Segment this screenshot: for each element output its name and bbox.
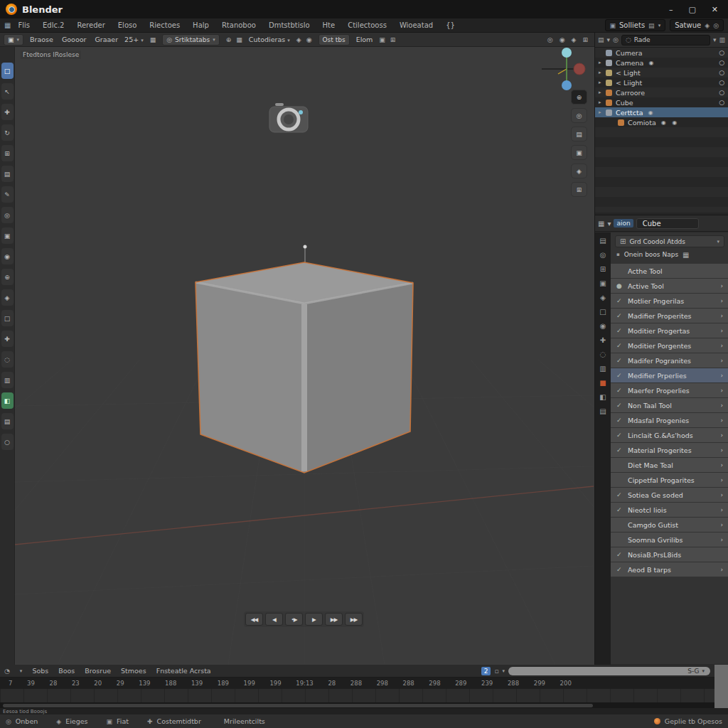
tool-button[interactable]: ✎: [1, 186, 14, 203]
visibility-eye-icon[interactable]: ○: [719, 49, 724, 56]
tool-button[interactable]: ↖: [1, 83, 14, 100]
filter-icon[interactable]: ▾: [713, 36, 717, 43]
chevron-right-icon[interactable]: ›: [720, 432, 723, 439]
snap-magnet-icon[interactable]: ◈: [296, 36, 301, 43]
tool-button[interactable]: ▥: [1, 372, 14, 388]
menu-item[interactable]: Halp: [193, 21, 209, 29]
scene-caret-icon[interactable]: ▾: [658, 23, 661, 28]
panel-resize-corner[interactable]: [714, 665, 728, 708]
properties-tab-icon[interactable]: ◉: [600, 322, 606, 330]
shading-mode-icon[interactable]: ◈: [572, 36, 577, 43]
modifier-row[interactable]: ✓ Sotiea Ge soded ›: [611, 488, 728, 502]
checkmark-icon[interactable]: ✓: [616, 327, 628, 334]
chevron-right-icon[interactable]: ›: [720, 521, 723, 528]
app-menu-icon[interactable]: ▦: [4, 21, 11, 29]
properties-tab-icon[interactable]: ■: [599, 379, 606, 387]
checkmark-icon[interactable]: ✓: [616, 402, 628, 409]
tool-button[interactable]: ⊞: [1, 145, 14, 161]
menu-item[interactable]: Ctilectooss: [348, 21, 387, 29]
menu-item[interactable]: Hte: [323, 21, 336, 29]
properties-tab-icon[interactable]: ▤: [599, 407, 606, 415]
checkmark-icon[interactable]: ✓: [616, 491, 628, 498]
checkmark-icon[interactable]: ✓: [616, 312, 628, 319]
scene-selector[interactable]: ▣ Solliets ▤ ▾: [605, 19, 666, 31]
viewport-nav-button[interactable]: ▣: [571, 145, 587, 160]
modifier-row[interactable]: ✓ Madifier Properites ›: [611, 309, 728, 323]
chevron-right-icon[interactable]: ›: [720, 327, 723, 334]
close-button[interactable]: ✕: [712, 5, 718, 14]
modifier-row[interactable]: Camgdo Gutist ›: [611, 518, 728, 532]
properties-tab-icon[interactable]: ◧: [599, 393, 606, 401]
outliner-item[interactable]: ▸ Carroore ○: [595, 87, 728, 97]
chevron-right-icon[interactable]: ›: [720, 417, 723, 424]
viewport-menu-item[interactable]: Braose: [30, 36, 53, 43]
checkmark-icon[interactable]: ✓: [616, 357, 628, 364]
subheader-grid-icon[interactable]: ▦: [682, 251, 689, 259]
chevron-right-icon[interactable]: ›: [720, 536, 723, 543]
object-name[interactable]: Cumera: [616, 49, 642, 57]
breadcrumb-object-chip[interactable]: aion: [614, 219, 633, 228]
outliner-item[interactable]: ▸ < Liight ○: [595, 77, 728, 87]
object-name[interactable]: < Light: [616, 69, 641, 77]
mode-dropdown[interactable]: ▣ ▾: [4, 34, 23, 46]
playback-button[interactable]: •▶: [285, 613, 303, 626]
viewport-menu-item[interactable]: Goooor: [62, 36, 87, 43]
outliner-item[interactable]: ▸ Certtcta ◉: [595, 107, 728, 117]
chevron-right-icon[interactable]: ›: [720, 372, 723, 379]
object-name[interactable]: Carroore: [616, 89, 645, 97]
overlay-toggle-icon[interactable]: ▣: [379, 36, 385, 43]
modifier-row[interactable]: Diet Mae Teal ›: [611, 458, 728, 472]
properties-tab-icon[interactable]: ▤: [599, 237, 606, 245]
modifier-row[interactable]: ✓ Moditier Progertas ›: [611, 323, 728, 338]
outliner-item[interactable]: ▸ < Light ○: [595, 68, 728, 77]
outliner-item[interactable]: Comiota ◉ ◉: [595, 117, 728, 127]
visibility-eye-icon[interactable]: ○: [719, 69, 724, 76]
checkmark-icon[interactable]: ✓: [616, 342, 628, 349]
menu-item[interactable]: {}: [446, 21, 455, 29]
checkmark-icon[interactable]: ✓: [616, 446, 628, 454]
outliner-display-icon[interactable]: ◎: [613, 36, 619, 43]
modifier-row[interactable]: ✓ Linclait G.&As'hods ›: [611, 428, 728, 442]
modifier-row[interactable]: ✓ Motlier Pngerilas ›: [611, 294, 728, 308]
tool-button[interactable]: ○: [1, 434, 14, 450]
properties-tab-icon[interactable]: □: [599, 308, 606, 316]
transform-orientation-dropdown[interactable]: ◎ Srtiktatabs ▾: [162, 34, 220, 46]
tool-button[interactable]: ✚: [1, 331, 14, 347]
shading-mode-icon[interactable]: ⊞: [582, 36, 588, 43]
expand-arrow-icon[interactable]: ▸: [599, 109, 606, 115]
checkmark-icon[interactable]: ✓: [616, 297, 628, 304]
outliner-search-input[interactable]: ◌ Rade: [621, 35, 710, 46]
overlays-dropdown[interactable]: Ost tbs: [318, 34, 350, 46]
tool-button[interactable]: ▤: [1, 413, 14, 429]
outliner-item[interactable]: Cumera ○: [595, 48, 728, 58]
chevron-right-icon[interactable]: ›: [720, 282, 723, 289]
frame-range-field[interactable]: S-G ▾: [508, 667, 710, 675]
snap-increment-dropdown[interactable]: 25+ ▾: [124, 36, 144, 43]
tool-button[interactable]: ◉: [1, 248, 14, 264]
visibility-eye-icon[interactable]: ○: [719, 59, 724, 66]
properties-tab-icon[interactable]: ▥: [599, 365, 606, 373]
object-name[interactable]: Camena: [616, 59, 643, 67]
modifier-row[interactable]: ✓ Aeod B tarps ›: [611, 562, 728, 577]
expand-arrow-icon[interactable]: ▸: [599, 70, 606, 75]
tool-button[interactable]: ◈: [1, 289, 14, 306]
gizmo-z-axis[interactable]: [562, 48, 572, 58]
timeline-editor-icon[interactable]: ◔: [4, 668, 10, 675]
tool-button[interactable]: □: [1, 63, 14, 79]
modifier-row[interactable]: ● Active Tool ›: [611, 279, 728, 293]
checkmark-icon[interactable]: ✓: [616, 372, 628, 379]
timeline-menu-item[interactable]: Boos: [58, 667, 75, 675]
view-layer-selector[interactable]: Satwue ◈ ◎: [670, 19, 724, 31]
menu-item[interactable]: Riectoes: [149, 21, 180, 29]
timeline-track[interactable]: [0, 689, 714, 702]
menu-item[interactable]: Wioeatad: [400, 21, 433, 29]
viewport-3d[interactable]: Ftedtons IRoslese ⊕◎▤▣◈⊞ ◀◀◀•▶▶▶▶▶▶: [15, 47, 594, 665]
properties-editor-caret-icon[interactable]: ▾: [607, 220, 611, 228]
properties-editor-icon[interactable]: ▦: [598, 220, 604, 228]
tool-button[interactable]: ◎: [1, 207, 14, 223]
outliner-item[interactable]: ▸ Camena ◉ ○: [595, 58, 728, 68]
tool-button[interactable]: ⊕: [1, 269, 14, 285]
timeline-ruler[interactable]: 7392823202913918813918919919919:13282882…: [0, 678, 714, 689]
chevron-right-icon[interactable]: ›: [720, 461, 723, 469]
tool-button[interactable]: ▤: [1, 166, 14, 182]
